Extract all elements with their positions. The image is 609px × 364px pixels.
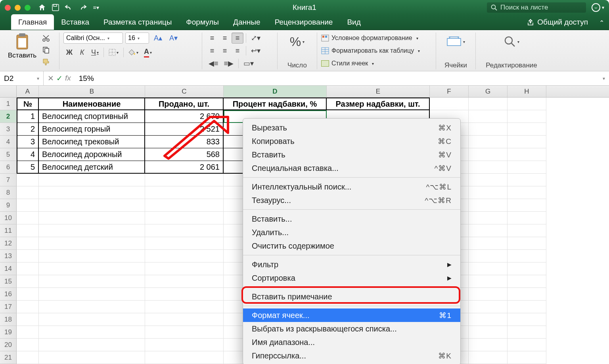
col-header-G[interactable]: G <box>469 86 508 97</box>
font-size-dropdown[interactable]: 16▾ <box>125 33 149 44</box>
row-header[interactable]: 10 <box>0 212 17 224</box>
orientation-button[interactable]: ⤢▾ <box>249 33 263 44</box>
row-header[interactable]: 15 <box>0 275 17 288</box>
merge-button[interactable]: ▭▾ <box>241 58 256 69</box>
cell[interactable] <box>430 98 469 110</box>
menu-hyperlink[interactable]: Гиперссылка...⌘K <box>243 349 460 362</box>
chevron-down-icon[interactable]: ▾ <box>602 5 604 10</box>
name-box[interactable]: D2▾ <box>0 71 44 85</box>
col-header-H[interactable]: H <box>508 86 546 97</box>
row-header[interactable]: 9 <box>0 199 17 212</box>
save-icon[interactable] <box>51 3 60 12</box>
cell[interactable] <box>39 351 145 364</box>
copy-button[interactable] <box>40 44 52 56</box>
number-format-button[interactable]: %▾ <box>287 33 307 51</box>
wrap-text-button[interactable]: ↩▾ <box>249 45 263 56</box>
align-middle-button[interactable]: ≡ <box>219 33 231 44</box>
menu-copy[interactable]: Копировать⌘C <box>243 134 460 148</box>
cell[interactable] <box>145 288 224 301</box>
cell[interactable] <box>508 212 546 224</box>
cell[interactable] <box>508 351 546 364</box>
select-all-corner[interactable] <box>0 86 17 97</box>
menu-filter[interactable]: Фильтр▶ <box>243 258 460 271</box>
cell[interactable] <box>469 123 508 136</box>
cell[interactable] <box>469 313 508 326</box>
row-header[interactable]: 14 <box>0 262 17 275</box>
cell[interactable] <box>145 301 224 313</box>
cell[interactable] <box>469 275 508 288</box>
cell[interactable] <box>145 339 224 351</box>
cell[interactable] <box>39 313 145 326</box>
zoom-window-button[interactable] <box>25 5 31 11</box>
col-header-F[interactable]: F <box>430 86 469 97</box>
row-header[interactable]: 11 <box>0 224 17 237</box>
row-header[interactable]: 19 <box>0 326 17 339</box>
font-name-dropdown[interactable]: Calibri (Осн...▾ <box>63 33 123 44</box>
menu-format-cells[interactable]: Формат ячеек...⌘1 <box>243 308 460 322</box>
minimize-window-button[interactable] <box>15 5 21 11</box>
cell[interactable] <box>469 339 508 351</box>
undo-icon[interactable] <box>65 3 73 12</box>
cell[interactable] <box>469 186 508 199</box>
cell[interactable] <box>508 110 546 123</box>
cell[interactable] <box>469 199 508 212</box>
tab-home[interactable]: Главная <box>11 14 54 30</box>
cell[interactable] <box>508 224 546 237</box>
cell[interactable]: № <box>17 98 39 110</box>
collapse-ribbon-icon[interactable]: ⌃ <box>594 16 609 30</box>
italic-button[interactable]: К <box>76 47 88 58</box>
align-right-button[interactable]: ≡ <box>232 45 243 56</box>
col-header-D[interactable]: D <box>224 86 327 97</box>
align-center-button[interactable]: ≡ <box>219 45 231 56</box>
cell[interactable] <box>508 301 546 313</box>
row-header[interactable]: 21 <box>0 351 17 364</box>
cell[interactable] <box>469 161 508 174</box>
cell[interactable] <box>145 199 224 212</box>
row-header[interactable]: 4 <box>0 136 17 148</box>
cell[interactable] <box>39 186 145 199</box>
cell[interactable] <box>17 313 39 326</box>
cell[interactable] <box>508 275 546 288</box>
cell[interactable]: Велосипед трековый <box>39 136 145 148</box>
menu-cut[interactable]: Вырезать⌘X <box>243 121 460 134</box>
cell[interactable] <box>469 237 508 250</box>
cell[interactable] <box>469 110 508 123</box>
cell[interactable] <box>17 199 39 212</box>
cell[interactable] <box>508 148 546 161</box>
cell[interactable]: Велосипед дорожный <box>39 148 145 161</box>
cell[interactable] <box>508 288 546 301</box>
cell[interactable] <box>145 250 224 262</box>
home-icon[interactable] <box>38 3 46 12</box>
cell[interactable]: 2 061 <box>145 161 224 174</box>
cell[interactable] <box>17 351 39 364</box>
redo-icon[interactable] <box>78 3 87 12</box>
feedback-icon[interactable]: ⌣ <box>592 3 600 12</box>
cell[interactable] <box>469 224 508 237</box>
cell[interactable] <box>17 174 39 186</box>
format-painter-button[interactable] <box>40 56 52 67</box>
tab-insert[interactable]: Вставка <box>54 14 96 30</box>
formula-input[interactable]: 15% <box>75 74 599 83</box>
cell[interactable]: Велосипед спортивный <box>39 110 145 123</box>
cell[interactable]: Велосипед горный <box>39 123 145 136</box>
align-bottom-button[interactable]: ≡ <box>232 33 243 44</box>
cell[interactable]: 1 <box>17 110 39 123</box>
font-color-button[interactable]: А▾ <box>142 47 154 58</box>
fx-icon[interactable]: fx <box>65 74 71 83</box>
cell[interactable] <box>39 301 145 313</box>
cell[interactable] <box>469 351 508 364</box>
borders-button[interactable]: ▾ <box>106 47 121 58</box>
cell[interactable] <box>39 199 145 212</box>
align-top-button[interactable]: ≡ <box>206 33 218 44</box>
cell[interactable] <box>17 275 39 288</box>
cell[interactable]: Наименование <box>39 98 145 110</box>
col-header-C[interactable]: C <box>145 86 224 97</box>
decrease-indent-button[interactable]: ◀≡ <box>206 58 221 69</box>
bold-button[interactable]: Ж <box>63 47 75 58</box>
menu-paste[interactable]: Вставить⌘V <box>243 148 460 161</box>
cell[interactable] <box>145 212 224 224</box>
cell[interactable] <box>17 237 39 250</box>
row-header[interactable]: 13 <box>0 250 17 262</box>
cell[interactable] <box>17 339 39 351</box>
cell[interactable] <box>469 326 508 339</box>
